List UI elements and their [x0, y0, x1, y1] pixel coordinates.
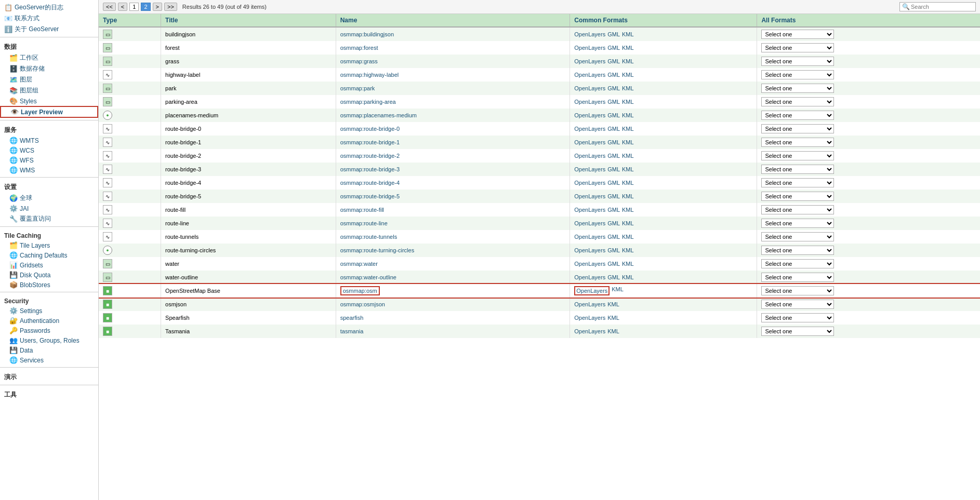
format-link-kml[interactable]: KML — [622, 220, 634, 226]
format-link-gml[interactable]: GML — [607, 153, 620, 159]
format-link-openlayers[interactable]: OpenLayers — [574, 180, 605, 186]
sidebar-item-datastore[interactable]: 🗄️ 数据存储 — [0, 63, 98, 74]
format-link-kml[interactable]: KML — [622, 139, 634, 145]
format-link-openlayers[interactable]: OpenLayers — [574, 153, 605, 159]
format-link-kml[interactable]: KML — [622, 180, 634, 186]
all-formats-select[interactable]: Select one — [761, 192, 834, 201]
sidebar-item-tile-layers[interactable]: 🗂️ Tile Layers — [0, 240, 98, 250]
format-link-gml[interactable]: GML — [607, 72, 620, 78]
format-link-openlayers[interactable]: OpenLayers — [574, 286, 610, 295]
all-formats-select[interactable]: Select one — [761, 327, 834, 336]
sidebar-item-log[interactable]: 📋 GeoServer的日志 — [0, 2, 98, 13]
sidebar-item-contact[interactable]: 📧 联系方式 — [0, 13, 98, 24]
format-link-openlayers[interactable]: OpenLayers — [574, 315, 605, 321]
format-link-openlayers[interactable]: OpenLayers — [574, 207, 605, 213]
next-page-button[interactable]: > — [153, 3, 162, 11]
all-formats-select[interactable]: Select one — [761, 165, 834, 174]
format-link-kml[interactable]: KML — [622, 247, 634, 253]
cell-all-formats[interactable]: Select one — [757, 230, 980, 244]
format-link-openlayers[interactable]: OpenLayers — [574, 85, 605, 91]
format-link-kml[interactable]: KML — [607, 315, 619, 321]
format-link-gml[interactable]: GML — [607, 31, 620, 37]
name-link[interactable]: osmmap:route-fill — [340, 207, 384, 213]
name-link[interactable]: osmmap:route-turning-circles — [340, 247, 414, 253]
format-link-kml[interactable]: KML — [622, 99, 634, 105]
all-formats-select[interactable]: Select one — [761, 313, 834, 322]
cell-all-formats[interactable]: Select one — [757, 55, 980, 68]
all-formats-select[interactable]: Select one — [761, 273, 834, 282]
sidebar-item-wmts[interactable]: 🌐 WMTS — [0, 136, 98, 145]
format-link-openlayers[interactable]: OpenLayers — [574, 139, 605, 145]
cell-all-formats[interactable]: Select one — [757, 68, 980, 82]
format-link-gml[interactable]: GML — [607, 166, 620, 172]
format-link-kml[interactable]: KML — [622, 58, 634, 64]
name-link[interactable]: osmmap:route-bridge-1 — [340, 139, 400, 145]
name-link[interactable]: osmmap:osmjson — [340, 301, 385, 307]
sidebar-item-gridsets[interactable]: 📊 Gridsets — [0, 260, 98, 270]
all-formats-select[interactable]: Select one — [761, 138, 834, 147]
format-link-openlayers[interactable]: OpenLayers — [574, 99, 605, 105]
name-link[interactable]: osmmap:buildingjson — [340, 31, 394, 37]
name-link[interactable]: osmmap:route-bridge-4 — [340, 180, 400, 186]
format-link-kml[interactable]: KML — [622, 31, 634, 37]
name-link[interactable]: osmmap:grass — [340, 58, 378, 64]
all-formats-select[interactable]: Select one — [761, 286, 834, 295]
cell-all-formats[interactable]: Select one — [757, 325, 980, 338]
all-formats-select[interactable]: Select one — [761, 111, 834, 120]
sidebar-item-global[interactable]: 🌍 全球 — [0, 193, 98, 204]
all-formats-select[interactable]: Select one — [761, 205, 834, 214]
all-formats-select[interactable]: Select one — [761, 57, 834, 66]
format-link-gml[interactable]: GML — [607, 261, 620, 267]
format-link-kml[interactable]: KML — [622, 72, 634, 78]
cell-all-formats[interactable]: Select one — [757, 41, 980, 55]
format-link-kml[interactable]: KML — [622, 207, 634, 213]
name-link[interactable]: osmmap:forest — [340, 45, 378, 51]
sidebar-item-caching-defaults[interactable]: 🌐 Caching Defaults — [0, 250, 98, 260]
prev-page-button[interactable]: < — [118, 3, 127, 11]
first-page-button[interactable]: << — [103, 3, 116, 11]
format-link-kml[interactable]: KML — [612, 286, 624, 295]
sidebar-item-blobstores[interactable]: 📦 BlobStores — [0, 280, 98, 290]
name-link[interactable]: osmmap:route-line — [340, 220, 388, 226]
cell-all-formats[interactable]: Select one — [757, 136, 980, 149]
page-2-button[interactable]: 2 — [141, 3, 150, 11]
sidebar-item-wms[interactable]: 🌐 WMS — [0, 165, 98, 175]
cell-all-formats[interactable]: Select one — [757, 257, 980, 271]
sidebar-item-layer-preview[interactable]: 👁️ Layer Preview — [0, 106, 98, 118]
format-link-kml[interactable]: KML — [622, 261, 634, 267]
format-link-gml[interactable]: GML — [607, 234, 620, 240]
name-link[interactable]: osmmap:route-tunnels — [340, 234, 397, 240]
page-1-button[interactable]: 1 — [129, 3, 139, 11]
format-link-openlayers[interactable]: OpenLayers — [574, 220, 605, 226]
sidebar-item-layergroups[interactable]: 📚 图层组 — [0, 85, 98, 96]
format-link-gml[interactable]: GML — [607, 247, 620, 253]
sidebar-item-about[interactable]: ℹ️ 关于 GeoServer — [0, 24, 98, 35]
sidebar-item-workspace[interactable]: 🗂️ 工作区 — [0, 52, 98, 63]
format-link-openlayers[interactable]: OpenLayers — [574, 58, 605, 64]
format-link-openlayers[interactable]: OpenLayers — [574, 126, 605, 132]
format-link-kml[interactable]: KML — [622, 153, 634, 159]
cell-all-formats[interactable]: Select one — [757, 176, 980, 190]
all-formats-select[interactable]: Select one — [761, 151, 834, 160]
all-formats-select[interactable]: Select one — [761, 124, 834, 133]
format-link-gml[interactable]: GML — [607, 112, 620, 118]
format-link-kml[interactable]: KML — [622, 166, 634, 172]
format-link-openlayers[interactable]: OpenLayers — [574, 166, 605, 172]
sidebar-item-passwords[interactable]: 🔑 Passwords — [0, 326, 98, 335]
format-link-kml[interactable]: KML — [622, 193, 634, 199]
format-link-openlayers[interactable]: OpenLayers — [574, 112, 605, 118]
format-link-gml[interactable]: GML — [607, 207, 620, 213]
format-link-openlayers[interactable]: OpenLayers — [574, 45, 605, 51]
sidebar-item-disk-quota[interactable]: 💾 Disk Quota — [0, 270, 98, 280]
all-formats-select[interactable]: Select one — [761, 259, 834, 268]
all-formats-select[interactable]: Select one — [761, 246, 834, 255]
name-link[interactable]: osmmap:osm — [340, 286, 380, 295]
all-formats-select[interactable]: Select one — [761, 30, 834, 39]
cell-all-formats[interactable]: Select one — [757, 244, 980, 257]
format-link-openlayers[interactable]: OpenLayers — [574, 328, 605, 334]
format-link-gml[interactable]: GML — [607, 274, 620, 280]
format-link-gml[interactable]: GML — [607, 85, 620, 91]
name-link[interactable]: spearfish — [340, 315, 364, 321]
search-input[interactable] — [911, 4, 973, 10]
sidebar-item-users-groups-roles[interactable]: 👥 Users, Groups, Roles — [0, 335, 98, 345]
